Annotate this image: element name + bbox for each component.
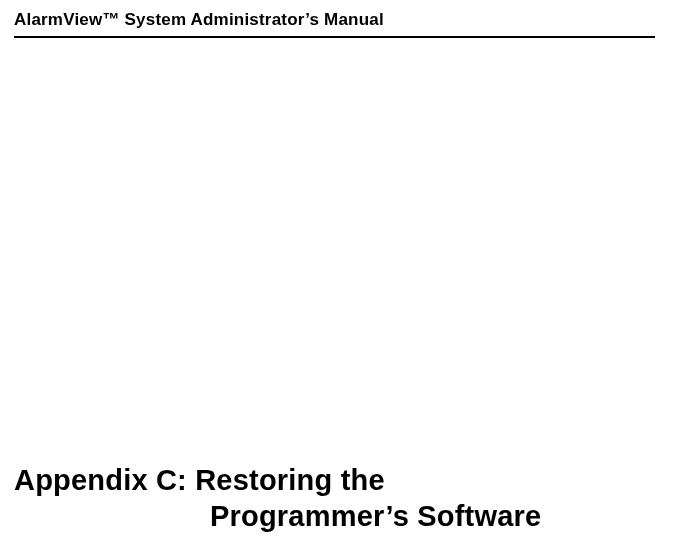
header-divider — [14, 36, 655, 38]
appendix-heading: Appendix C: Restoring the Programmer’s S… — [14, 462, 655, 535]
running-header: AlarmView™ System Administrator’s Manual — [14, 10, 655, 34]
appendix-heading-line-1: Appendix C: Restoring the — [14, 462, 655, 498]
document-page: AlarmView™ System Administrator’s Manual… — [0, 0, 681, 542]
appendix-heading-line-2: Programmer’s Software — [14, 498, 655, 534]
